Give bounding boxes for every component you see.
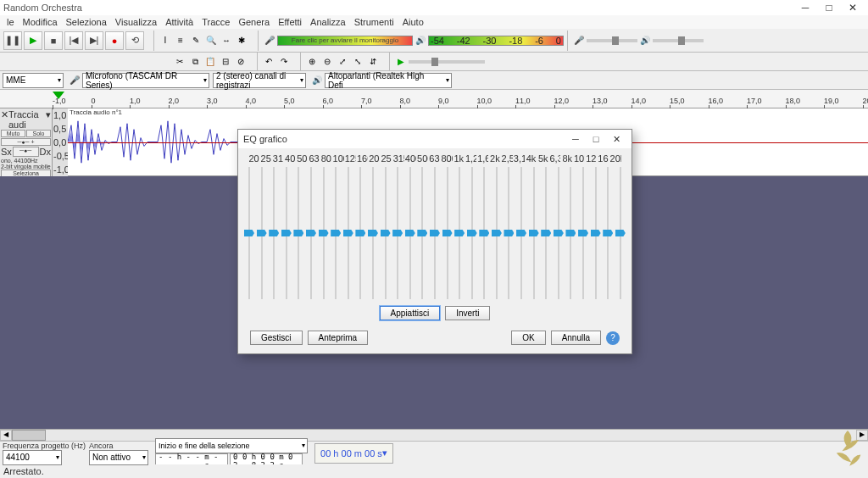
cancel-button[interactable]: Annulla (551, 331, 601, 345)
eq-slider[interactable] (508, 167, 509, 299)
manage-button[interactable]: Gestisci (250, 331, 303, 345)
eq-slider-thumb[interactable] (467, 230, 477, 236)
eq-slider-thumb[interactable] (281, 230, 292, 236)
eq-slider[interactable] (359, 167, 361, 299)
undo-icon[interactable]: ↶ (262, 55, 275, 69)
eq-slider-thumb[interactable] (504, 230, 514, 236)
eq-slider-thumb[interactable] (319, 230, 329, 236)
eq-slider-thumb[interactable] (516, 230, 526, 236)
preview-button[interactable]: Anteprima (308, 331, 369, 345)
eq-slider-thumb[interactable] (603, 230, 613, 236)
close-button[interactable]: ✕ (841, 2, 865, 14)
ok-button[interactable]: OK (511, 331, 545, 345)
play-at-speed-button[interactable]: ▶ (394, 55, 408, 69)
stop-button[interactable]: ■ (44, 31, 63, 50)
eq-slider-thumb[interactable] (355, 230, 365, 236)
eq-slider-thumb[interactable] (529, 230, 539, 236)
eq-slider[interactable] (348, 167, 349, 299)
scroll-left-button[interactable]: ◀ (0, 430, 12, 441)
menu-item[interactable]: Attività (161, 17, 198, 27)
eq-slider[interactable] (335, 167, 337, 299)
record-device-select[interactable]: Microfono (TASCAM DR Series) (82, 73, 209, 88)
copy-icon[interactable]: ⧉ (188, 55, 202, 69)
eq-slider-thumb[interactable] (417, 230, 427, 236)
eq-slider-thumb[interactable] (492, 230, 502, 236)
eq-slider[interactable] (385, 167, 387, 299)
zoom-out-icon[interactable]: ⊖ (320, 55, 334, 69)
zoom-in-icon[interactable]: ⊕ (305, 55, 319, 69)
horizontal-scrollbar[interactable]: ◀ ▶ (0, 429, 868, 441)
dialog-title-bar[interactable]: EQ grafico ─ □ ✕ (238, 130, 632, 148)
gain-slider[interactable]: ─●─ + (1, 138, 51, 146)
project-rate-select[interactable]: 44100 (3, 450, 62, 465)
solo-button[interactable]: Solo (26, 130, 51, 137)
menu-item[interactable]: Modifica (19, 17, 62, 27)
flatten-button[interactable]: Appiattisci (380, 306, 441, 320)
menu-item[interactable]: Tracce (198, 17, 234, 27)
help-icon[interactable]: ? (606, 331, 620, 345)
dialog-minimize-button[interactable]: ─ (565, 134, 586, 144)
menu-item[interactable]: le (3, 17, 19, 27)
track-name[interactable]: Traccia audi (8, 109, 46, 130)
eq-slider[interactable] (323, 167, 325, 299)
menu-item[interactable]: Visualizza (111, 17, 161, 27)
timeshift-tool-icon[interactable]: ↔ (220, 34, 233, 47)
zoom-fit-icon[interactable]: ⤡ (351, 55, 364, 69)
trim-icon[interactable]: ⊟ (219, 55, 232, 69)
eq-slider[interactable] (483, 167, 485, 299)
zoom-sel-icon[interactable]: ⤢ (336, 55, 349, 69)
eq-slider-thumb[interactable] (554, 230, 564, 236)
minimize-button[interactable]: ─ (793, 2, 817, 14)
eq-slider[interactable] (496, 167, 498, 299)
select-tool-icon[interactable]: I (159, 34, 172, 47)
eq-slider-thumb[interactable] (442, 230, 453, 236)
zoom-toggle-icon[interactable]: ⇵ (366, 55, 380, 69)
eq-slider[interactable] (595, 167, 597, 299)
channels-select[interactable]: 2 (stereo) canali di registrazi (213, 73, 306, 88)
eq-slider-thumb[interactable] (578, 230, 588, 236)
eq-slider[interactable] (558, 167, 559, 299)
playback-speed-slider[interactable] (409, 60, 485, 64)
eq-slider-thumb[interactable] (454, 230, 465, 236)
eq-slider-thumb[interactable] (257, 230, 267, 236)
pan-slider[interactable]: ─●─ (13, 147, 39, 157)
snap-select[interactable]: Non attivo (89, 450, 148, 465)
envelope-tool-icon[interactable]: ≡ (174, 34, 187, 47)
eq-slider[interactable] (582, 167, 584, 299)
eq-slider[interactable] (459, 167, 460, 299)
audio-host-select[interactable]: MME (3, 73, 64, 88)
eq-slider[interactable] (533, 167, 535, 299)
invert-button[interactable]: Inverti (445, 306, 490, 320)
skip-end-button[interactable]: ▶| (85, 31, 103, 50)
eq-slider[interactable] (409, 167, 411, 299)
menu-item[interactable]: Aiuto (398, 17, 428, 27)
eq-slider-thumb[interactable] (343, 230, 353, 236)
eq-slider[interactable] (620, 167, 621, 299)
eq-slider-thumb[interactable] (405, 230, 415, 236)
mute-button[interactable]: Muto (1, 130, 25, 137)
eq-slider-thumb[interactable] (306, 230, 316, 236)
eq-slider-thumb[interactable] (541, 230, 551, 236)
eq-slider[interactable] (545, 167, 547, 299)
cut-icon[interactable]: ✂ (173, 55, 186, 69)
eq-slider-thumb[interactable] (331, 230, 341, 236)
paste-icon[interactable]: 📋 (203, 55, 217, 69)
eq-slider[interactable] (248, 167, 250, 299)
menu-item[interactable]: Effetti (274, 17, 306, 27)
eq-slider-thumb[interactable] (479, 230, 489, 236)
skip-start-button[interactable]: |◀ (64, 31, 83, 50)
scroll-thumb[interactable] (12, 430, 46, 441)
eq-slider[interactable] (447, 167, 448, 299)
eq-slider-thumb[interactable] (244, 230, 254, 236)
eq-slider[interactable] (372, 167, 374, 299)
eq-slider[interactable] (570, 167, 571, 299)
dialog-close-button[interactable]: ✕ (606, 134, 626, 145)
eq-slider-thumb[interactable] (269, 230, 279, 236)
eq-slider-thumb[interactable] (591, 230, 601, 236)
eq-slider[interactable] (520, 167, 522, 299)
eq-slider-thumb[interactable] (293, 230, 303, 236)
playback-device-select[interactable]: Altoparlanti (Realtek High Defi (325, 73, 452, 88)
pause-button[interactable]: ❚❚ (3, 31, 22, 50)
redo-icon[interactable]: ↷ (277, 55, 291, 69)
eq-slider-thumb[interactable] (392, 230, 403, 236)
